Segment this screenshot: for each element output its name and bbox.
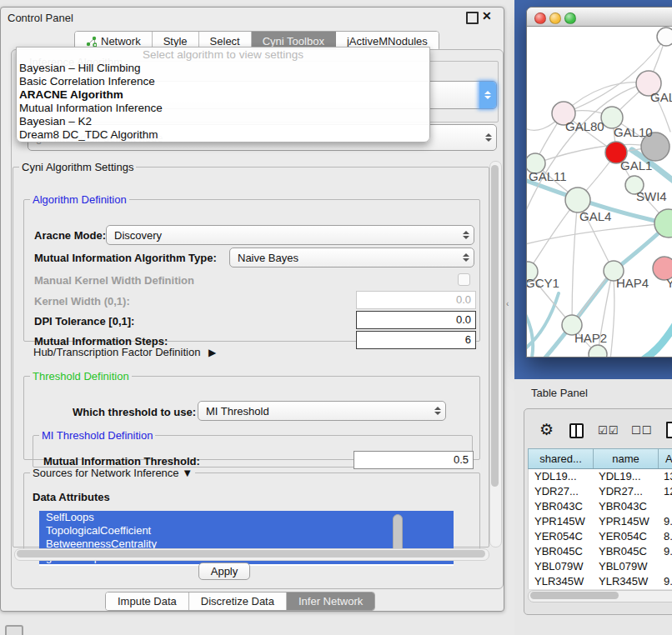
threshold-definition-title: Threshold Definition bbox=[30, 370, 132, 382]
tab-label: Infer Network bbox=[298, 595, 363, 608]
node-label-swi4: SWI4 bbox=[636, 189, 667, 203]
close-traffic-light-icon[interactable] bbox=[534, 12, 546, 24]
node-label-gal11: GAL11 bbox=[529, 169, 567, 183]
expanded-arrow-icon[interactable]: ▼ bbox=[182, 467, 193, 479]
node-label-gal80: GAL80 bbox=[565, 119, 604, 133]
kernel-width-field[interactable]: 0.0 bbox=[356, 291, 476, 309]
network-node[interactable] bbox=[589, 345, 607, 357]
column-header-name[interactable]: name bbox=[594, 449, 659, 468]
algorithm-dropdown-popup: Select algorithm to view settings Bayesi… bbox=[16, 47, 430, 142]
tab-label: Style bbox=[163, 35, 188, 48]
mi-algorithm-type-combobox[interactable]: Naive Bayes bbox=[229, 248, 474, 268]
columns-icon[interactable] bbox=[569, 423, 584, 438]
dpi-tolerance-field[interactable]: 0.0 bbox=[356, 311, 476, 329]
column-header-shared[interactable]: shared... bbox=[529, 449, 594, 468]
algorithm-option-basic-correlation-inference[interactable]: Basic Correlation Inference bbox=[17, 75, 429, 88]
settings-vertical-scrollbar[interactable] bbox=[489, 161, 502, 548]
sources-group: Sources for Network Inference ▼ Data Att… bbox=[23, 467, 480, 558]
float-window-icon[interactable] bbox=[466, 12, 479, 24]
attribute-item-selfloops[interactable]: SelfLoops bbox=[39, 511, 454, 524]
table-cell: YLR345W bbox=[594, 574, 659, 589]
network-view-window: GALGAL80GAL10GAL1GAL11SWI4GAL4GCY1HAP4YH… bbox=[526, 7, 672, 358]
table-horizontal-scrollbar[interactable] bbox=[528, 590, 672, 602]
table-cell: YDL19... bbox=[594, 469, 659, 484]
apply-button[interactable]: Apply bbox=[198, 562, 250, 580]
table-row[interactable]: YBR043CYBR043C bbox=[529, 499, 672, 514]
table-row[interactable]: YER054CYER054C8. bbox=[529, 529, 672, 544]
select-all-checkboxes-icon[interactable]: ☑☑ bbox=[598, 424, 619, 437]
gear-icon[interactable]: ⚙ bbox=[539, 422, 554, 438]
table-cell: 9. bbox=[659, 574, 672, 589]
node-label-hap2: HAP2 bbox=[574, 331, 607, 345]
tab-label: Impute Data bbox=[118, 595, 177, 608]
which-threshold-combobox[interactable]: MI Threshold bbox=[198, 401, 446, 421]
network-edge[interactable] bbox=[610, 270, 614, 357]
table-row[interactable]: YLR345WYLR345W9. bbox=[529, 574, 672, 589]
algorithm-option-bayesian-hill-climbing[interactable]: Bayesian – Hill Climbing bbox=[17, 62, 429, 75]
network-edge[interactable] bbox=[572, 200, 578, 325]
node-label-gal: GAL bbox=[650, 90, 672, 104]
node-attribute-table: shared...nameA YDL19...YDL19...13YDR27..… bbox=[528, 448, 672, 589]
tab-label: Cyni Toolbox bbox=[263, 35, 324, 48]
table-row[interactable]: YDR27...YDR27...12 bbox=[529, 484, 672, 499]
network-window-titlebar[interactable] bbox=[527, 8, 672, 27]
bottom-corner-button[interactable] bbox=[5, 625, 23, 635]
minimize-traffic-light-icon[interactable] bbox=[549, 12, 561, 24]
close-icon[interactable]: ✕ bbox=[482, 9, 492, 22]
mi-threshold-definition-group: MI Threshold Definition Mutual Informati… bbox=[33, 429, 473, 468]
algorithm-option-dream8-dc-tdc-algorithm[interactable]: Dream8 DC_TDC Algorithm bbox=[17, 128, 429, 142]
popup-item-list: Bayesian – Hill ClimbingBasic Correlatio… bbox=[17, 62, 429, 142]
manual-kernel-width-checkbox[interactable] bbox=[458, 273, 470, 286]
tab-impute-data[interactable]: Impute Data bbox=[106, 592, 189, 610]
kernel-width-label: Kernel Width (0,1): bbox=[34, 295, 130, 308]
table-cell: 8. bbox=[659, 529, 672, 544]
algorithm-option-aracne-algorithm[interactable]: ARACNE Algorithm bbox=[17, 88, 429, 102]
export-table-icon[interactable] bbox=[666, 422, 672, 438]
application-window: GALGAL80GAL10GAL1GAL11SWI4GAL4GCY1HAP4YH… bbox=[0, 0, 672, 635]
mi-threshold-label: Mutual Information Threshold: bbox=[43, 455, 200, 468]
tab-infer-network[interactable]: Infer Network bbox=[287, 592, 374, 610]
zoom-traffic-light-icon[interactable] bbox=[564, 12, 576, 24]
table-row[interactable]: YPR145WYPR145W9. bbox=[529, 514, 672, 529]
table-row[interactable]: YBR045CYBR045C9. bbox=[529, 544, 672, 559]
mi-threshold-definition-title: MI Threshold Definition bbox=[39, 429, 155, 442]
settings-horizontal-scrollbar[interactable] bbox=[14, 548, 489, 561]
network-canvas[interactable]: GALGAL80GAL10GAL1GAL11SWI4GAL4GCY1HAP4YH… bbox=[527, 27, 672, 357]
table-panel-title: Table Panel bbox=[531, 387, 588, 399]
tab-label: jActiveMNodules bbox=[347, 35, 428, 48]
table-cell: YBR043C bbox=[594, 499, 659, 514]
table-cell: YBR045C bbox=[529, 544, 594, 559]
node-label-gal10: GAL10 bbox=[614, 125, 653, 139]
combo-arrows-icon bbox=[479, 82, 496, 108]
network-edge[interactable] bbox=[527, 308, 533, 357]
algorithm-option-bayesian-k2[interactable]: Bayesian – K2 bbox=[17, 115, 429, 128]
table-cell: 12 bbox=[659, 484, 672, 499]
aracne-mode-combobox[interactable]: Discovery bbox=[106, 225, 474, 245]
table-hscroll-thumb[interactable] bbox=[530, 592, 619, 599]
combo-arrows-icon bbox=[430, 402, 445, 420]
algorithm-definition-group: Algorithm Definition Aracne Mode: Discov… bbox=[23, 193, 480, 342]
node-label-gal1: GAL1 bbox=[620, 158, 652, 172]
table-row[interactable]: YBL079WYBL079W bbox=[529, 559, 672, 574]
table-row[interactable]: YDL19...YDL19...13 bbox=[529, 469, 672, 484]
settings-vscroll-thumb[interactable] bbox=[491, 165, 499, 487]
network-node[interactable] bbox=[657, 28, 672, 46]
table-cell: YDR27... bbox=[529, 484, 594, 499]
attribute-item-topologicalcoefficient[interactable]: TopologicalCoefficient bbox=[39, 524, 454, 538]
algorithm-option-mutual-information-inference[interactable]: Mutual Information Inference bbox=[17, 102, 429, 115]
panel-splitter-icon[interactable]: ‹ bbox=[506, 300, 512, 308]
settings-hscroll-thumb[interactable] bbox=[17, 550, 485, 558]
tab-discretize-data[interactable]: Discretize Data bbox=[189, 592, 287, 610]
mi-steps-field[interactable]: 6 bbox=[356, 331, 476, 349]
mi-algorithm-type-label: Mutual Information Algorithm Type: bbox=[34, 252, 217, 264]
clear-all-checkboxes-icon[interactable]: ☐☐ bbox=[631, 424, 652, 437]
cyni-mode-tabs: Impute DataDiscretize DataInfer Network bbox=[105, 592, 375, 611]
settings-group-title: Cyni Algorithm Settings bbox=[19, 161, 136, 173]
hub-definition-expander[interactable]: Hub/Transcription Factor Definition ▶ bbox=[33, 346, 216, 358]
column-header-a[interactable]: A bbox=[659, 449, 672, 468]
table-panel-box: ⚙ ☑☑ ☐☐ shared...nameA YDL19...YDL19...1… bbox=[524, 408, 672, 615]
table-panel: Table Panel ⚙ ☑☑ ☐☐ shared...nameA YDL19… bbox=[514, 379, 672, 635]
network-edge[interactable] bbox=[634, 323, 672, 357]
algorithm-definition-title: Algorithm Definition bbox=[30, 193, 129, 206]
table-cell: YBL079W bbox=[529, 559, 594, 574]
